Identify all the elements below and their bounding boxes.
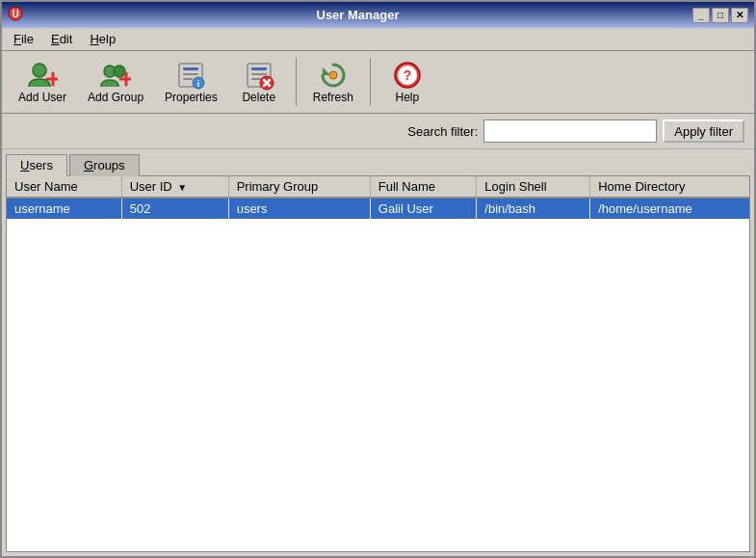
add-group-icon — [100, 60, 131, 91]
svg-point-3 — [33, 64, 46, 77]
cell-login-shell: /bin/bash — [477, 198, 590, 219]
window-title: User Manager — [23, 8, 692, 22]
filterbar: Search filter: Apply filter — [2, 114, 754, 149]
table-row[interactable]: username 502 users Galil User /bin/bash … — [7, 198, 749, 219]
svg-rect-19 — [251, 78, 261, 80]
table-wrapper: User Name User ID ▼ Primary Group Full N… — [6, 175, 750, 552]
sort-arrow-userid: ▼ — [177, 182, 187, 193]
cell-primary-group: users — [228, 198, 370, 219]
cell-full-name: Galil User — [370, 198, 477, 219]
table-header-row: User Name User ID ▼ Primary Group Full N… — [7, 176, 749, 198]
svg-rect-12 — [183, 73, 198, 75]
col-header-home-directory[interactable]: Home Directory — [590, 176, 749, 198]
col-header-login-shell[interactable]: Login Shell — [477, 176, 590, 198]
cell-userid: 502 — [121, 198, 228, 219]
help-label: Help — [395, 91, 419, 104]
svg-text:?: ? — [404, 67, 412, 83]
menu-file[interactable]: File — [6, 30, 41, 48]
delete-icon — [244, 60, 274, 91]
main-window: U User Manager _ □ ✕ File Edit Help Add … — [0, 0, 756, 558]
add-user-icon — [27, 60, 58, 91]
tab-groups[interactable]: Groups — [69, 154, 140, 176]
titlebar-icon: U — [8, 6, 23, 24]
svg-point-24 — [329, 71, 337, 79]
svg-point-7 — [114, 66, 125, 77]
apply-filter-button[interactable]: Apply filter — [663, 120, 744, 143]
svg-rect-13 — [183, 78, 193, 80]
menu-edit[interactable]: Edit — [43, 30, 80, 48]
titlebar: U User Manager _ □ ✕ — [2, 2, 754, 28]
close-button[interactable]: ✕ — [731, 8, 748, 23]
col-header-full-name[interactable]: Full Name — [370, 176, 477, 198]
users-table: User Name User ID ▼ Primary Group Full N… — [7, 176, 749, 219]
cell-home-directory: /home/username — [590, 198, 749, 219]
add-group-label: Add Group — [88, 91, 143, 104]
filter-label: Search filter: — [407, 124, 478, 139]
menubar: File Edit Help — [2, 28, 754, 51]
col-header-userid[interactable]: User ID ▼ — [121, 176, 228, 198]
content-area: User Name User ID ▼ Primary Group Full N… — [2, 175, 754, 556]
properties-label: Properties — [165, 91, 218, 104]
svg-text:i: i — [197, 79, 200, 89]
svg-text:U: U — [12, 9, 18, 19]
refresh-icon — [318, 60, 349, 91]
add-group-button[interactable]: Add Group — [79, 55, 152, 109]
add-user-label: Add User — [18, 91, 66, 104]
col-header-primary-group[interactable]: Primary Group — [228, 176, 370, 198]
minimize-button[interactable]: _ — [692, 8, 710, 23]
toolbar: Add User Add Group i Propertie — [2, 51, 754, 114]
menu-help[interactable]: Help — [82, 30, 123, 48]
help-button[interactable]: ? Help — [378, 55, 436, 109]
delete-button[interactable]: Delete — [230, 55, 288, 109]
tabs: Users Groups — [2, 149, 754, 175]
titlebar-buttons: _ □ ✕ — [692, 8, 748, 23]
svg-rect-18 — [251, 73, 267, 75]
properties-icon: i — [175, 60, 206, 91]
help-icon: ? — [392, 60, 423, 91]
cell-username: username — [7, 198, 121, 219]
properties-button[interactable]: i Properties — [156, 55, 226, 109]
delete-label: Delete — [242, 91, 275, 104]
search-input[interactable] — [483, 120, 657, 143]
tab-users[interactable]: Users — [6, 154, 67, 176]
svg-rect-11 — [183, 67, 198, 70]
maximize-button[interactable]: □ — [712, 8, 729, 23]
refresh-button[interactable]: Refresh — [304, 55, 362, 109]
refresh-label: Refresh — [313, 91, 353, 104]
svg-rect-17 — [251, 67, 267, 70]
toolbar-separator — [296, 58, 297, 106]
col-header-username[interactable]: User Name — [7, 176, 121, 198]
toolbar-separator-2 — [370, 58, 371, 106]
add-user-button[interactable]: Add User — [10, 55, 75, 109]
